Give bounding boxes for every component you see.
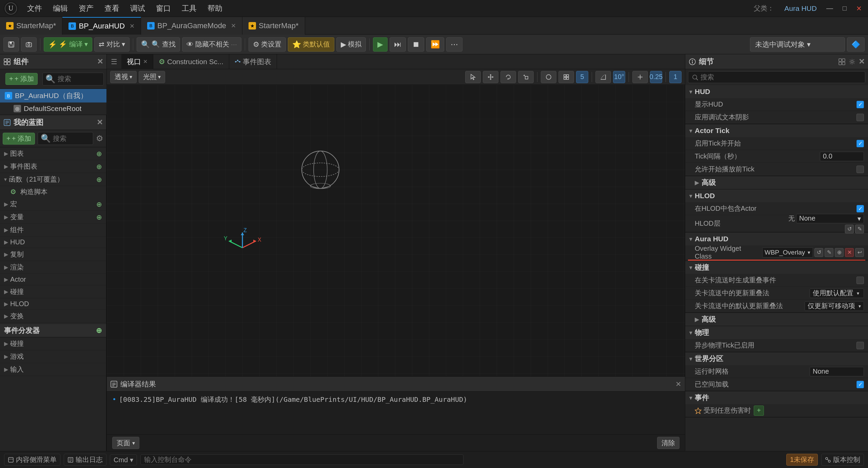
bp-section-graphs[interactable]: ▶ 图表 ⊕ (0, 147, 106, 160)
overlay-revert-btn[interactable]: ↩ (855, 248, 864, 257)
events-section-header[interactable]: ▾ 事件 (685, 391, 868, 404)
viewport-tab-close[interactable]: ✕ (143, 58, 147, 65)
vp-scale-btn[interactable] (518, 71, 534, 83)
tick-interval-value[interactable] (820, 152, 864, 161)
vp-grid-num[interactable]: 5 (576, 71, 588, 83)
physics-section-header[interactable]: ▾ 物理 (685, 326, 868, 339)
menu-file[interactable]: 文件 (25, 3, 44, 14)
version-control-btn[interactable]: 版本控制 (821, 454, 864, 466)
bp-sub-construct-script[interactable]: ⚙ 构造脚本 (0, 186, 106, 198)
physics-async-tick-checkbox[interactable] (856, 342, 864, 349)
my-blueprint-close[interactable]: ✕ (97, 118, 103, 127)
components-add-btn[interactable]: + + 添加 (5, 73, 38, 85)
close-btn[interactable]: ✕ (853, 4, 865, 13)
bp-section-collision[interactable]: ▶ 碰撞 (0, 285, 106, 298)
tick-allow-checkbox[interactable] (856, 166, 864, 173)
bp-btn[interactable]: 🔷 (847, 37, 865, 52)
menu-debug[interactable]: 调试 (128, 3, 147, 14)
vp-angle-num[interactable]: 10° (613, 71, 625, 83)
output-log-btn[interactable]: 输出日志 (64, 454, 106, 466)
world-partition-header[interactable]: ▾ 世界分区 (685, 352, 868, 365)
collision-update-overlap-value[interactable]: 使用默认配置 ▾ (810, 288, 864, 298)
tick-enable-checkbox[interactable]: ✓ (856, 140, 864, 147)
bp-gear-icon[interactable]: ⚙ (96, 134, 103, 143)
maximize-btn[interactable]: □ (840, 4, 849, 13)
vp-scale-num[interactable]: 0.25 (650, 71, 662, 83)
variables-add-icon[interactable]: ⊕ (96, 213, 102, 221)
camera-btn[interactable] (21, 37, 37, 52)
component-default-scene-root[interactable]: ◎ DefaultSceneRoot (0, 102, 106, 115)
bp-section-collision-events[interactable]: ▶ 碰撞 (0, 337, 106, 350)
details-search-bar[interactable] (688, 71, 865, 83)
hlod-include-checkbox[interactable]: ✓ (856, 205, 864, 212)
bp-search-bar[interactable]: 🔍 (38, 132, 93, 145)
cmd-dropdown[interactable]: Cmd ▾ (110, 454, 137, 465)
bp-section-hud[interactable]: ▶ HUD (0, 237, 106, 248)
overlay-add-btn[interactable]: ⊕ (835, 248, 844, 257)
play-btn[interactable]: ▶ (373, 37, 388, 52)
menu-window[interactable]: 窗口 (154, 3, 173, 14)
tab-bp-gamemode[interactable]: B BP_AuraGameMode ✕ (141, 17, 242, 35)
details-scroll-area[interactable]: ▾ HUD 显示HUD ✓ 应用调试文本阴影 (685, 85, 868, 451)
event-dispatcher-add-icon[interactable]: ⊕ (96, 326, 102, 335)
overlay-reset-btn[interactable]: ↺ (814, 248, 823, 257)
debug-target-dropdown[interactable]: 未选中调试对象 ▾ (750, 37, 845, 52)
details-panel-close[interactable]: ✕ (859, 57, 865, 66)
minimize-btn[interactable]: — (824, 4, 836, 13)
hud-section-header[interactable]: ▾ HUD (685, 85, 868, 98)
details-search-input[interactable] (701, 73, 862, 81)
bp-section-transform[interactable]: ▶ 变换 (0, 310, 106, 323)
bp-section-input-events[interactable]: ▶ 输入 (0, 363, 106, 376)
vp-surface-btn[interactable] (541, 71, 556, 83)
collision-default-overlap-value[interactable]: 仅更新可移动项 ▾ (805, 301, 864, 311)
output-page-btn[interactable]: 页面 ▾ (112, 437, 139, 449)
collision-generate-overlap-checkbox[interactable] (856, 277, 864, 284)
overlay-close-btn[interactable]: ✕ (845, 248, 854, 257)
details-gear-icon[interactable] (848, 58, 856, 65)
tab-startermap2[interactable]: ★ StarterMap* (242, 17, 305, 35)
vp-move-btn[interactable] (483, 71, 498, 83)
bp-section-variables[interactable]: ▶ 变量 ⊕ (0, 211, 106, 224)
details-grid-icon[interactable] (838, 58, 846, 65)
bp-section-actor[interactable]: ▶ Actor (0, 274, 106, 285)
overlay-edit-btn[interactable]: ✎ (825, 248, 833, 257)
class-settings-btn[interactable]: ⚙ 类设置 (249, 37, 286, 52)
content-browser-btn[interactable]: 内容侧滑菜单 (4, 454, 60, 466)
save-btn[interactable] (3, 37, 19, 52)
bp-search-input[interactable] (53, 135, 90, 143)
viewport-tab-construction[interactable]: ⚙ Construction Sc... (153, 54, 229, 69)
collision-default-dropdown[interactable]: 仅更新可移动项 ▾ (805, 301, 864, 311)
bp-section-functions[interactable]: ▾ 函数（21可覆盖） ⊕ (0, 173, 106, 186)
vp-angle-icon[interactable] (595, 71, 611, 83)
hlod-edit-btn[interactable]: ✎ (855, 225, 864, 233)
menu-assets[interactable]: 资产 (77, 3, 96, 14)
hlod-layer-dropdown[interactable]: None ▾ (796, 214, 864, 223)
graphs-add-icon[interactable]: ⊕ (96, 150, 102, 158)
viewport-tab-viewport[interactable]: 视口 ✕ (121, 54, 153, 69)
tab-startermap1[interactable]: ★ StarterMap* (0, 17, 62, 35)
menu-edit[interactable]: 编辑 (51, 3, 70, 14)
any-damage-add-btn[interactable]: + (754, 406, 764, 416)
aura-hud-section-header[interactable]: ▾ Aura HUD (685, 232, 868, 245)
simulate-btn[interactable]: ▶ 模拟 (336, 37, 366, 52)
bp-section-rendering[interactable]: ▶ 渲染 (0, 261, 106, 274)
diff-btn[interactable]: ⇄ 对比 ▾ (94, 37, 130, 52)
functions-add-icon[interactable]: ⊕ (96, 175, 102, 184)
hud-show-checkbox[interactable]: ✓ (856, 101, 864, 108)
runtime-grid-input[interactable] (810, 367, 864, 376)
bp-section-macros[interactable]: ▶ 宏 ⊕ (0, 198, 106, 211)
bp-section-hlod[interactable]: ▶ HLOD (0, 298, 106, 310)
tick-interval-input[interactable] (820, 152, 864, 161)
runtime-grid-value[interactable] (810, 367, 864, 376)
vp-lighting-btn[interactable]: 光照 ▾ (139, 71, 165, 83)
bp-section-components[interactable]: ▶ 组件 (0, 224, 106, 237)
stop-btn[interactable]: ⏹ (408, 37, 424, 52)
hlod-section-header[interactable]: ▾ HLOD (685, 189, 868, 202)
vp-scale-icon[interactable] (632, 71, 648, 83)
components-search-bar[interactable]: 🔍 (42, 73, 104, 86)
step-btn[interactable]: ⏭ (390, 37, 406, 52)
bp-section-replication[interactable]: ▶ 复制 (0, 248, 106, 261)
components-search-input[interactable] (58, 75, 101, 83)
advanced-section-1-header[interactable]: ▶ 高级 (685, 176, 868, 189)
output-close[interactable]: ✕ (675, 380, 682, 388)
